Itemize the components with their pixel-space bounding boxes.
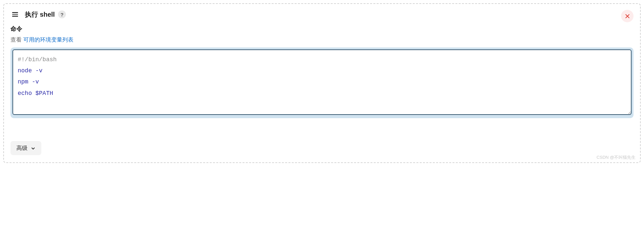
advanced-toggle-button[interactable]: 高级 — [10, 141, 41, 155]
chevron-down-icon — [31, 146, 35, 151]
env-hint: 查看 可用的环境变量列表 — [10, 36, 634, 44]
command-label: 命令 — [10, 25, 634, 33]
code-editor-wrapper — [10, 47, 634, 118]
panel-header: 执行 shell ? — [10, 10, 634, 19]
close-button[interactable] — [621, 10, 634, 22]
env-variables-link[interactable]: 可用的环境变量列表 — [23, 37, 73, 43]
shell-step-panel: 执行 shell ? 命令 查看 可用的环境变量列表 高级 CSDN @不叫猫先… — [3, 3, 641, 163]
watermark-text: CSDN @不叫猫先生 — [596, 154, 635, 160]
panel-title: 执行 shell — [25, 10, 55, 19]
close-icon — [625, 14, 630, 19]
hint-prefix: 查看 — [10, 37, 23, 43]
advanced-label: 高级 — [16, 144, 28, 152]
shell-command-input[interactable] — [12, 49, 632, 115]
help-icon[interactable]: ? — [58, 10, 66, 18]
drag-handle-icon[interactable] — [10, 10, 20, 19]
